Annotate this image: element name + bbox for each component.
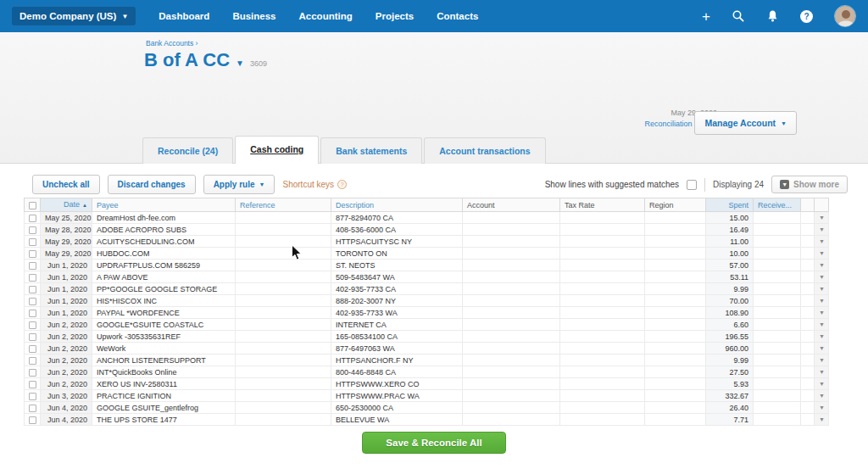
cell-payee[interactable]: ADOBE ACROPRO SUBS (92, 224, 236, 236)
row-options-chevron-icon[interactable]: ▼ (815, 414, 829, 426)
cell-reference[interactable] (236, 283, 331, 295)
cell-reference[interactable] (236, 319, 331, 331)
cell-description[interactable]: HTTPSWWW.XERO CO (331, 378, 463, 390)
cell-tax-rate[interactable] (560, 295, 645, 307)
column-header-spent[interactable]: Spent (706, 198, 754, 212)
cell-account[interactable] (463, 271, 560, 283)
cell-tax-rate[interactable] (560, 260, 645, 271)
cell-tax-rate[interactable] (560, 331, 645, 343)
cell-tax-rate[interactable] (560, 248, 645, 260)
cell-region[interactable] (645, 343, 706, 355)
manage-account-button[interactable]: Manage Account ▼ (694, 111, 797, 135)
cell-payee[interactable]: HIS*HISCOX INC (92, 295, 236, 307)
cell-description[interactable]: HTTPSWWW.PRAC WA (331, 390, 463, 402)
column-header-date[interactable]: Date▲ (41, 198, 92, 212)
cell-region[interactable] (645, 355, 706, 366)
add-icon[interactable]: + (702, 9, 710, 24)
cell-description[interactable]: 877-8294070 CA (331, 212, 463, 224)
row-checkbox[interactable] (29, 393, 36, 400)
row-options-chevron-icon[interactable]: ▼ (815, 343, 829, 355)
cell-region[interactable] (645, 271, 706, 283)
account-chevron-down-icon[interactable]: ▼ (236, 59, 244, 68)
cell-reference[interactable] (236, 224, 331, 236)
row-checkbox[interactable] (29, 215, 36, 222)
row-checkbox[interactable] (29, 333, 36, 341)
cell-description[interactable]: 408-536-6000 CA (331, 224, 463, 236)
cell-description[interactable]: 877-6497063 WA (331, 343, 463, 355)
cell-tax-rate[interactable] (560, 366, 645, 378)
discard-changes-button[interactable]: Discard changes (108, 175, 196, 194)
row-options-chevron-icon[interactable]: ▼ (815, 271, 829, 283)
cell-description[interactable]: BELLEVUE WA (331, 414, 463, 426)
row-options-chevron-icon[interactable]: ▼ (815, 283, 829, 295)
cell-region[interactable] (645, 295, 706, 307)
cell-description[interactable]: 165-08534100 CA (331, 331, 463, 343)
column-header-received[interactable]: Receive... (754, 198, 801, 212)
cell-payee[interactable]: GOOGLE GSUITE_gentlefrog (92, 402, 236, 414)
select-all-checkbox[interactable] (29, 202, 36, 209)
cell-description[interactable]: 888-202-3007 NY (331, 295, 463, 307)
cell-account[interactable] (463, 307, 560, 319)
tab-reconcile[interactable]: Reconcile (24) (142, 137, 233, 164)
cell-description[interactable]: 650-2530000 CA (331, 402, 463, 414)
row-checkbox[interactable] (29, 405, 36, 412)
cell-region[interactable] (645, 402, 706, 414)
tab-account-transactions[interactable]: Account transactions (424, 137, 545, 164)
cell-region[interactable] (645, 212, 706, 224)
row-options-chevron-icon[interactable]: ▼ (815, 248, 829, 260)
cell-payee[interactable]: HUBDOC.COM (92, 248, 236, 260)
cell-account[interactable] (463, 402, 560, 414)
cell-description[interactable]: ST. NEOTS (331, 260, 463, 271)
cell-region[interactable] (645, 366, 706, 378)
row-checkbox[interactable] (29, 416, 36, 424)
cell-reference[interactable] (236, 378, 331, 390)
cell-region[interactable] (645, 331, 706, 343)
show-more-button[interactable]: ▼ Show more (771, 176, 848, 193)
cell-reference[interactable] (236, 343, 331, 355)
cell-account[interactable] (463, 212, 560, 224)
cell-tax-rate[interactable] (560, 414, 645, 426)
cell-account[interactable] (463, 260, 560, 271)
cell-reference[interactable] (236, 248, 331, 260)
cell-payee[interactable]: DreamHost dh-fee.com (92, 212, 236, 224)
row-options-chevron-icon[interactable]: ▼ (815, 319, 829, 331)
nav-item-accounting[interactable]: Accounting (299, 11, 353, 21)
row-checkbox[interactable] (29, 310, 36, 317)
row-options-chevron-icon[interactable]: ▼ (815, 331, 829, 343)
cell-account[interactable] (463, 331, 560, 343)
row-checkbox[interactable] (29, 286, 36, 293)
cell-account[interactable] (463, 390, 560, 402)
row-checkbox[interactable] (29, 226, 36, 234)
cell-payee[interactable]: Upwork -305335631REF (92, 331, 236, 343)
row-checkbox[interactable] (29, 369, 36, 377)
cell-payee[interactable]: INT*QuickBooks Online (92, 366, 236, 378)
cell-description[interactable]: 402-935-7733 WA (331, 307, 463, 319)
cell-payee[interactable]: THE UPS STORE 1477 (92, 414, 236, 426)
apply-rule-button[interactable]: Apply rule ▼ (203, 175, 275, 194)
cell-region[interactable] (645, 236, 706, 248)
cell-region[interactable] (645, 414, 706, 426)
cell-description[interactable]: HTTPSACUITYSC NY (331, 236, 463, 248)
save-reconcile-all-button[interactable]: Save & Reconcile All (362, 432, 505, 454)
row-checkbox[interactable] (29, 321, 36, 329)
cell-description[interactable]: TORONTO ON (331, 248, 463, 260)
row-options-chevron-icon[interactable]: ▼ (815, 366, 829, 378)
cell-region[interactable] (645, 378, 706, 390)
cell-tax-rate[interactable] (560, 283, 645, 295)
row-checkbox[interactable] (29, 262, 36, 270)
cell-tax-rate[interactable] (560, 236, 645, 248)
cell-reference[interactable] (236, 236, 331, 248)
cell-region[interactable] (645, 390, 706, 402)
cell-account[interactable] (463, 319, 560, 331)
cell-tax-rate[interactable] (560, 271, 645, 283)
cell-tax-rate[interactable] (560, 355, 645, 366)
cell-reference[interactable] (236, 271, 331, 283)
cell-tax-rate[interactable] (560, 343, 645, 355)
cell-reference[interactable] (236, 212, 331, 224)
nav-item-contacts[interactable]: Contacts (437, 11, 478, 21)
shortcut-keys-link[interactable]: Shortcut keys ? (282, 180, 347, 189)
cell-tax-rate[interactable] (560, 390, 645, 402)
cell-payee[interactable]: ACUITYSCHEDULING.COM (92, 236, 236, 248)
cell-region[interactable] (645, 307, 706, 319)
cell-tax-rate[interactable] (560, 224, 645, 236)
